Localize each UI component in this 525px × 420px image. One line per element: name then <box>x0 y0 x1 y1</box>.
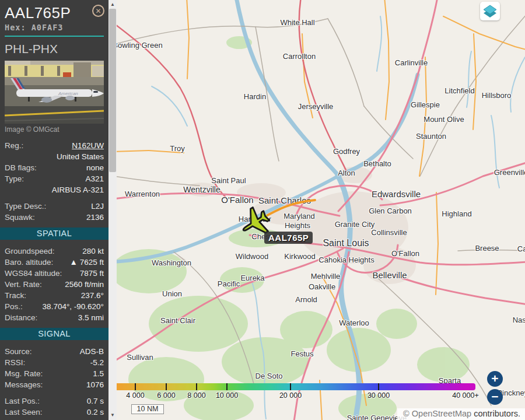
layers-button[interactable] <box>480 2 500 20</box>
legend-tick-mark <box>226 383 228 390</box>
map-place-label: O'Fallon <box>221 195 253 205</box>
info-row: Pos.: 38.704°, -90.620° <box>0 301 108 312</box>
info-label: Type: <box>5 174 24 183</box>
info-row: Reg.: N162UW <box>0 140 108 151</box>
legend-tick-label: 6 000 <box>157 391 175 400</box>
flight-tracker-app: AAL765P ✕ Hex: A0FAF3 PHL-PHX <box>0 0 525 420</box>
map-canvas[interactable]: Bowling GreenWhite HallCarrolltonCarlinv… <box>117 0 525 420</box>
scroll-down-icon[interactable]: ▼ <box>108 412 117 418</box>
map-labels-layer: Bowling GreenWhite HallCarrolltonCarlinv… <box>117 0 525 420</box>
info-value[interactable]: N162UW <box>72 141 104 150</box>
aircraft-map-label[interactable]: AAL765P <box>264 232 313 244</box>
map-place-label: Bowling Green <box>117 41 163 50</box>
legend-tick-label: 10 000 <box>216 391 238 400</box>
photo-credit: Image © OMGcat <box>0 124 108 134</box>
info-label: Squawk: <box>5 213 35 222</box>
info-value: 237.6° <box>81 291 104 300</box>
map-place-label: Sparta <box>439 376 461 385</box>
map-scale: 10 NM <box>131 404 164 414</box>
map-place-label: Waterloo <box>339 318 369 327</box>
legend-tick-label: 30 000 <box>368 391 390 400</box>
aircraft-info-rows: Reg.: N162UW United States DB flags: non… <box>0 140 108 223</box>
info-row: AIRBUS A-321 <box>0 184 108 195</box>
map-place-label: Union <box>162 289 182 298</box>
map-place-label: Carrollton <box>283 52 316 61</box>
info-row: Source: ADS-B <box>0 346 108 357</box>
info-value: AIRBUS A-321 <box>52 186 104 194</box>
altitude-legend: 4 000 6 000 8 000 10 000 20 000 30 000 4… <box>117 383 475 403</box>
zoom-out-button[interactable]: − <box>487 389 503 405</box>
aircraft-hex: Hex: A0FAF3 <box>5 23 104 32</box>
info-value: 3.5 nmi <box>78 313 104 322</box>
osm-attribution-link[interactable]: © OpenStreetMap <box>403 409 471 418</box>
map-place-label: Pacific <box>218 279 240 288</box>
map-place-label: Saint Louis <box>323 238 369 249</box>
map-place-label: Godfrey <box>333 147 360 156</box>
sidebar-scrollbar[interactable]: ▲ ▼ <box>108 0 117 420</box>
svg-text:American: American <box>58 91 78 96</box>
close-icon[interactable]: ✕ <box>92 5 104 17</box>
zoom-in-button[interactable]: + <box>487 371 503 387</box>
scrollbar-thumb[interactable] <box>109 9 116 172</box>
map-place-label: Carlyle <box>517 244 525 253</box>
info-row: Last Seen: 0.2 s <box>0 407 108 418</box>
map-place-label: Heights <box>285 221 310 230</box>
map-place-label: Saint Clair <box>160 316 195 325</box>
layers-icon <box>484 5 496 18</box>
map-place-label: Festus <box>290 349 313 358</box>
map-place-label: De Soto <box>256 372 283 380</box>
aircraft-info-panel: AAL765P ✕ Hex: A0FAF3 PHL-PHX <box>0 0 117 420</box>
flight-trail <box>117 0 525 420</box>
info-row: Msg. Rate: 1.5 <box>0 368 108 379</box>
info-label: WGS84 altitude: <box>5 269 62 278</box>
info-label: Vert. Rate: <box>5 280 42 289</box>
aircraft-info-content: AAL765P ✕ Hex: A0FAF3 PHL-PHX <box>0 0 108 420</box>
info-row: Type: A321 <box>0 173 108 184</box>
attribution-text: contributors. <box>474 409 520 418</box>
info-label: Type Desc.: <box>5 202 46 211</box>
map-place-label: Saint Charles <box>258 195 311 205</box>
info-label: Distance: <box>5 313 37 322</box>
info-value: 1.5 <box>93 369 104 378</box>
map-place-label: Edwardsville <box>372 189 421 199</box>
map-place-label: Greenville <box>494 168 525 177</box>
info-label: Baro. altitude: <box>5 258 53 267</box>
info-row: Squawk: 2136 <box>0 212 108 223</box>
panel-header: AAL765P ✕ Hex: A0FAF3 <box>0 0 108 37</box>
scroll-up-icon[interactable]: ▲ <box>108 2 117 7</box>
map-place-label: Breese <box>475 244 499 253</box>
info-row: Track: 237.6° <box>0 290 108 301</box>
info-value: 0.2 s <box>87 408 104 416</box>
aircraft-callsign: AAL765P <box>5 4 104 22</box>
map-place-label: Saint Paul <box>211 176 246 185</box>
altitude-gradient-bar <box>117 383 475 390</box>
info-label: Last Seen: <box>5 408 43 416</box>
section-spatial: SPATIAL <box>0 228 108 240</box>
map-place-label: Highland <box>442 209 471 218</box>
legend-tick-mark <box>378 383 379 390</box>
aircraft-photo[interactable]: American <box>5 61 104 124</box>
info-value: 0.7 s <box>87 397 104 405</box>
map-place-label: Eureka <box>240 274 264 282</box>
map-place-label: Wildwood <box>236 252 268 261</box>
info-value: A321 <box>85 174 104 183</box>
map-place-label: Granite City <box>335 220 375 229</box>
map-place-label: Alton <box>338 169 355 177</box>
map-place-label: Jerseyville <box>298 102 334 111</box>
map-place-label: Sullivan <box>127 353 153 362</box>
info-row: Distance: 3.5 nmi <box>0 312 108 323</box>
info-value: 7875 ft <box>80 269 104 278</box>
info-value: 280 kt <box>82 247 104 256</box>
route-label: PHL-PHX <box>0 37 108 60</box>
info-label: Last Pos.: <box>5 397 40 405</box>
section-signal: SIGNAL <box>0 328 108 340</box>
info-value: L2J <box>91 202 104 211</box>
info-label: Pos.: <box>5 302 23 311</box>
info-value: 2560 ft/min <box>65 280 104 289</box>
info-label: Source: <box>5 347 32 356</box>
map-place-label: Nashville <box>513 316 525 324</box>
map-place-label: Mehlville <box>311 272 341 281</box>
legend-tick-label: 20 000 <box>279 391 302 400</box>
map-place-label: Bethalto <box>363 159 391 168</box>
info-row: Last Pos.: 0.7 s <box>0 396 108 407</box>
